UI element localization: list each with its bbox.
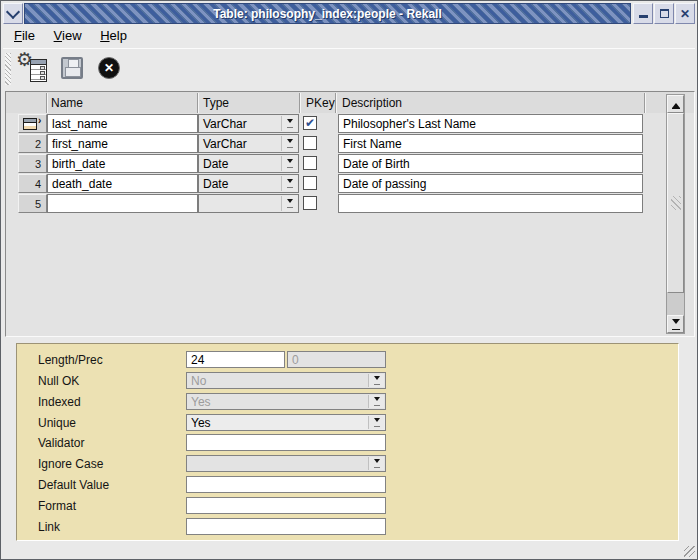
name-cell[interactable]: death_date bbox=[47, 174, 198, 193]
scroll-up-button[interactable] bbox=[667, 95, 684, 113]
validator-label: Validator bbox=[38, 436, 84, 450]
close-button[interactable]: ✕ bbox=[675, 3, 695, 24]
checkmark-icon: ✔ bbox=[305, 116, 315, 130]
description-cell[interactable] bbox=[338, 194, 643, 213]
null-ok-label: Null OK bbox=[38, 374, 79, 388]
toolbar: ⚙ ✕ bbox=[3, 48, 695, 90]
menu-file[interactable]: File bbox=[11, 26, 38, 45]
pkey-checkbox[interactable] bbox=[303, 156, 317, 170]
row-header[interactable]: 3 bbox=[18, 154, 47, 173]
type-dropdown[interactable]: Date bbox=[198, 154, 299, 173]
window-title: Table: philosophy_index:people - Rekall bbox=[213, 7, 441, 21]
unique-label: Unique bbox=[38, 416, 76, 430]
description-cell[interactable]: Date of passing bbox=[338, 174, 643, 193]
field-properties-panel: Length/Prec 24 0 Null OK No Indexed Yes … bbox=[16, 343, 679, 541]
titlebar: Table: philosophy_index:people - Rekall … bbox=[3, 3, 695, 24]
row-header[interactable]: 4 bbox=[18, 174, 47, 193]
name-cell[interactable]: last_name bbox=[47, 114, 198, 133]
titlebar-stripes: Table: philosophy_index:people - Rekall bbox=[24, 3, 631, 24]
current-row-icon bbox=[23, 118, 37, 130]
link-input[interactable] bbox=[186, 518, 386, 535]
arrow-up-icon bbox=[672, 99, 680, 108]
scroll-down-button[interactable] bbox=[667, 315, 684, 333]
row-header-current[interactable]: › bbox=[18, 114, 47, 133]
property-row: Unique Yes bbox=[17, 414, 678, 432]
table-design-button[interactable]: ⚙ bbox=[19, 54, 48, 84]
dropdown-arrow-icon[interactable] bbox=[281, 116, 297, 131]
dropdown-arrow-icon[interactable] bbox=[368, 416, 384, 429]
scrollbar-thumb[interactable] bbox=[667, 113, 684, 293]
thumb-grip bbox=[671, 196, 681, 210]
length-input[interactable]: 24 bbox=[186, 351, 285, 368]
format-label: Format bbox=[38, 499, 76, 513]
description-cell[interactable]: Date of Birth bbox=[338, 154, 643, 173]
minimize-button[interactable] bbox=[633, 3, 653, 24]
property-row: Length/Prec 24 0 bbox=[17, 351, 678, 369]
precision-input: 0 bbox=[287, 351, 386, 368]
toolbar-drag-handle[interactable] bbox=[5, 53, 11, 85]
default-value-input[interactable] bbox=[186, 476, 386, 493]
property-row: Indexed Yes bbox=[17, 393, 678, 411]
minimize-icon bbox=[639, 15, 648, 18]
menu-view[interactable]: View bbox=[51, 26, 85, 45]
type-dropdown[interactable]: VarChar bbox=[198, 114, 299, 133]
grid-header: Name Type PKey Description bbox=[6, 92, 694, 113]
table-row: › last_name VarChar ✔ Philosopher's Last… bbox=[6, 114, 694, 134]
type-dropdown[interactable]: Date bbox=[198, 174, 299, 193]
indexed-dropdown: Yes bbox=[186, 393, 386, 410]
description-cell[interactable]: Philosopher's Last Name bbox=[338, 114, 643, 133]
unique-dropdown[interactable]: Yes bbox=[186, 414, 386, 431]
chevron-down-icon bbox=[6, 5, 20, 19]
column-header-description[interactable]: Description bbox=[342, 96, 402, 110]
name-cell[interactable]: birth_date bbox=[47, 154, 198, 173]
property-row: Ignore Case bbox=[17, 455, 678, 473]
close-icon: ✕ bbox=[680, 8, 690, 20]
ignore-case-dropdown bbox=[186, 455, 386, 472]
pkey-checkbox[interactable]: ✔ bbox=[303, 116, 317, 130]
dropdown-arrow-icon bbox=[368, 395, 384, 408]
null-ok-dropdown: No bbox=[186, 372, 386, 389]
length-prec-label: Length/Prec bbox=[38, 353, 103, 367]
column-header-type[interactable]: Type bbox=[203, 96, 229, 110]
table-row: 4 death_date Date Date of passing bbox=[6, 174, 694, 194]
row-header[interactable]: 2 bbox=[18, 134, 47, 153]
row-header[interactable]: 5 bbox=[18, 194, 47, 213]
property-row: Null OK No bbox=[17, 372, 678, 390]
menu-help[interactable]: Help bbox=[97, 26, 130, 45]
dropdown-arrow-icon[interactable] bbox=[281, 156, 297, 171]
save-button[interactable] bbox=[61, 57, 83, 79]
type-dropdown[interactable]: VarChar bbox=[198, 134, 299, 153]
default-value-label: Default Value bbox=[38, 478, 109, 492]
dropdown-arrow-icon[interactable] bbox=[281, 196, 297, 211]
description-cell[interactable]: First Name bbox=[338, 134, 643, 153]
gear-icon: ⚙ bbox=[16, 48, 33, 71]
format-input[interactable] bbox=[186, 497, 386, 514]
column-header-name[interactable]: Name bbox=[51, 96, 83, 110]
dropdown-arrow-icon bbox=[368, 374, 384, 387]
grid-rows: › last_name VarChar ✔ Philosopher's Last… bbox=[6, 113, 694, 336]
type-dropdown[interactable] bbox=[198, 194, 299, 213]
property-row: Link bbox=[17, 518, 678, 536]
dropdown-arrow-icon[interactable] bbox=[281, 136, 297, 151]
indexed-label: Indexed bbox=[38, 395, 81, 409]
table-row: 5 bbox=[6, 194, 694, 214]
table-row: 2 first_name VarChar First Name bbox=[6, 134, 694, 154]
property-row: Validator bbox=[17, 434, 678, 452]
pkey-checkbox[interactable] bbox=[303, 176, 317, 190]
maximize-button[interactable] bbox=[654, 3, 674, 24]
close-table-button[interactable]: ✕ bbox=[98, 57, 120, 79]
column-header-pkey[interactable]: PKey bbox=[306, 96, 335, 110]
resize-grip[interactable] bbox=[684, 546, 695, 557]
pkey-checkbox[interactable] bbox=[303, 196, 317, 210]
dropdown-arrow-icon[interactable] bbox=[281, 176, 297, 191]
window-menu-button[interactable] bbox=[3, 3, 23, 24]
maximize-icon bbox=[660, 9, 669, 18]
property-row: Format bbox=[17, 497, 678, 515]
close-circle-icon: ✕ bbox=[104, 61, 114, 75]
name-cell[interactable]: first_name bbox=[47, 134, 198, 153]
name-cell[interactable] bbox=[47, 194, 198, 213]
table-row: 3 birth_date Date Date of Birth bbox=[6, 154, 694, 174]
rekall-table-window: Table: philosophy_index:people - Rekall … bbox=[0, 0, 698, 560]
pkey-checkbox[interactable] bbox=[303, 136, 317, 150]
validator-input[interactable] bbox=[186, 434, 386, 451]
